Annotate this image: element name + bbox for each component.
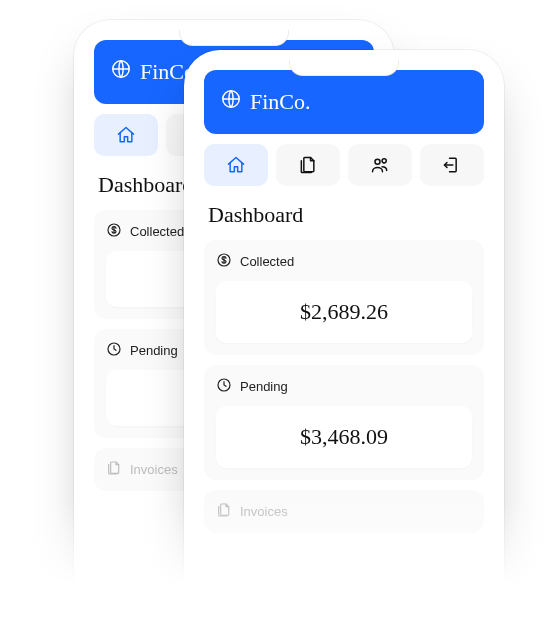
svg-point-7	[382, 159, 386, 163]
globe-icon	[110, 58, 132, 86]
card-pending-label: Pending	[240, 379, 288, 394]
home-icon	[226, 155, 246, 175]
card-invoices: Invoices	[204, 490, 484, 533]
nav-logout[interactable]	[420, 144, 484, 186]
card-collected: Collected $2,689.26	[204, 240, 484, 355]
logout-icon	[442, 155, 462, 175]
clock-icon	[216, 377, 232, 396]
app-header: FinCo.	[204, 70, 484, 134]
documents-icon	[298, 155, 318, 175]
card-invoices-label: Invoices	[130, 462, 178, 477]
page-title: Dashboard	[204, 196, 484, 230]
brand-name: FinCo.	[250, 89, 311, 115]
dollar-icon	[106, 222, 122, 241]
card-pending: Pending $3,468.09	[204, 365, 484, 480]
phone-notch	[179, 30, 289, 46]
card-collected-value: $2,689.26	[216, 281, 472, 343]
phone-notch	[289, 60, 399, 76]
card-collected-label: Collected	[130, 224, 184, 239]
card-collected-label: Collected	[240, 254, 294, 269]
card-invoices-label: Invoices	[240, 504, 288, 519]
card-pending-label: Pending	[130, 343, 178, 358]
home-icon	[116, 125, 136, 145]
clock-icon	[106, 341, 122, 360]
nav-home[interactable]	[204, 144, 268, 186]
nav-home[interactable]	[94, 114, 158, 156]
nav-people[interactable]	[348, 144, 412, 186]
people-icon	[369, 155, 391, 175]
card-pending-value: $3,468.09	[216, 406, 472, 468]
svg-point-6	[375, 159, 380, 164]
nav-documents[interactable]	[276, 144, 340, 186]
nav-bar	[204, 144, 484, 186]
invoices-icon	[216, 502, 232, 521]
globe-icon	[220, 88, 242, 116]
invoices-icon	[106, 460, 122, 479]
dollar-icon	[216, 252, 232, 271]
phone-mockup-front: FinCo.	[184, 50, 504, 620]
